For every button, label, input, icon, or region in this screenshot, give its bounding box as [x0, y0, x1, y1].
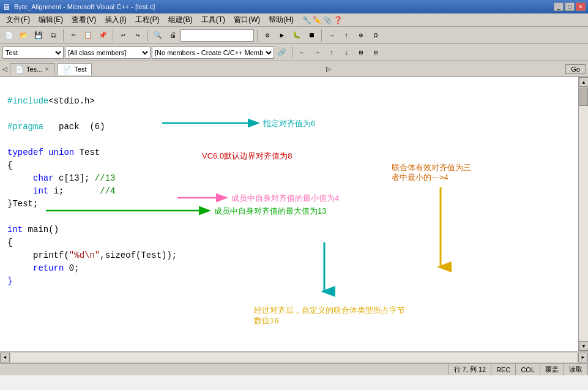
nav-btn3[interactable]: ⊟	[369, 46, 382, 59]
restore-button[interactable]: □	[565, 2, 575, 11]
tb-icon-c[interactable]: ⊕	[354, 29, 368, 42]
code-line-3	[7, 108, 571, 121]
nav-down[interactable]: ↓	[340, 46, 353, 59]
col-indicator: COL	[516, 364, 540, 375]
sep6	[292, 47, 292, 59]
scroll-track	[579, 87, 588, 341]
sep4	[257, 29, 258, 42]
code-line-8: char c[13]; //13	[7, 172, 571, 185]
open-button[interactable]: 📂	[17, 29, 31, 42]
members-dropdown[interactable]: [All class members]	[65, 47, 151, 59]
search-button[interactable]: 🔍	[151, 29, 165, 42]
nav-tab-tes[interactable]: 📄 Tes... ✕	[10, 63, 55, 75]
ann-label-6b: 数位16	[254, 316, 278, 325]
compile-button[interactable]: ⚙	[261, 29, 274, 42]
menu-icon-2: ✏️	[313, 16, 322, 24]
window-controls[interactable]: _ □ ✕	[554, 2, 586, 11]
sep3	[147, 29, 148, 42]
copy-button[interactable]: 📋	[81, 29, 95, 42]
menu-edit[interactable]: 编辑(E)	[35, 13, 67, 26]
save-all-button[interactable]: 🗂	[47, 29, 60, 42]
code-line-9: int i; //4	[7, 185, 571, 198]
code-line-7: {	[7, 159, 571, 172]
nav-up[interactable]: ↑	[325, 46, 338, 59]
nav-arrow-left[interactable]: ◁	[2, 66, 7, 72]
toolbar2: Test [All class members] [No members - C…	[0, 44, 588, 61]
tb-icon-a[interactable]: →	[325, 29, 338, 42]
read-indicator: 读取	[564, 364, 588, 375]
new-button[interactable]: 📄	[2, 29, 16, 42]
nav-btn2[interactable]: ⊞	[354, 46, 368, 59]
paste-button[interactable]: 📌	[96, 29, 110, 42]
close-tab-1[interactable]: ✕	[45, 66, 50, 72]
app-icon: 🖥	[2, 2, 10, 12]
code-line-10: }Test;	[7, 198, 571, 211]
row-col-display: 行 7, 列 12	[449, 364, 492, 375]
menu-view[interactable]: 查看(V)	[68, 13, 100, 26]
class-dropdown[interactable]: Test	[2, 47, 64, 59]
code-line-4: #pragma pack (6)	[7, 121, 571, 133]
stop-button[interactable]: ⏹	[305, 29, 318, 42]
code-line-14: printf("%d\n",sizeof(Test));	[7, 249, 571, 262]
h-scroll-track	[11, 353, 577, 362]
save-button[interactable]: 💾	[32, 29, 45, 42]
cut-button[interactable]: ✂	[67, 29, 80, 42]
code-line-6: typedef union Test	[7, 146, 571, 159]
main-area: #include<stdio.h> #pragma pack (6) typed…	[0, 77, 588, 351]
close-button[interactable]: ✕	[576, 2, 586, 11]
menu-file[interactable]: 文件(F)	[2, 13, 34, 26]
menu-window[interactable]: 窗口(W)	[230, 13, 264, 26]
scroll-up-arrow[interactable]: ▲	[579, 77, 588, 87]
menu-icon-1: 🔧	[302, 16, 311, 24]
page-icon-2: 📄	[63, 66, 72, 73]
nav-forward[interactable]: →	[310, 46, 324, 59]
code-line-2: #include<stdio.h>	[7, 95, 571, 108]
sep1	[63, 29, 64, 42]
menu-build[interactable]: 组建(B)	[165, 13, 196, 26]
menu-help[interactable]: 帮助(H)	[265, 13, 297, 26]
go-button[interactable]: Go	[565, 64, 586, 74]
menu-tools[interactable]: 工具(T)	[198, 13, 229, 26]
nav-tab-test[interactable]: 📄 Test	[58, 63, 92, 75]
title-bar: 🖥 Byte_Alignment - Microsoft Visual C++ …	[0, 0, 588, 13]
title-text: 🖥 Byte_Alignment - Microsoft Visual C++ …	[2, 2, 155, 12]
code-line-12: int main()	[7, 223, 571, 236]
redo-button[interactable]: ↪	[131, 29, 144, 42]
menu-icon-4: ❓	[333, 16, 343, 24]
scroll-right-arrow[interactable]: ►	[578, 353, 588, 362]
code-line-15: return 0;	[7, 262, 571, 275]
sep2	[113, 29, 113, 42]
sep5	[321, 29, 322, 42]
code-area[interactable]: #include<stdio.h> #pragma pack (6) typed…	[0, 77, 578, 351]
code-line-13: {	[7, 236, 571, 249]
page-icon: 📄	[15, 66, 24, 73]
code-line-1	[7, 82, 571, 95]
run-button[interactable]: ▶	[275, 29, 289, 42]
menu-project[interactable]: 工程(P)	[132, 13, 163, 26]
print-button[interactable]: 🖨	[166, 29, 179, 42]
menu-insert[interactable]: 插入(I)	[101, 13, 130, 26]
code-line-11	[7, 211, 571, 223]
nav-back[interactable]: ←	[296, 46, 309, 59]
search-input[interactable]	[180, 29, 254, 42]
tb-icon-b[interactable]: ↑	[340, 29, 353, 42]
no-members-dropdown[interactable]: [No members - Create C/C++ Memb...	[152, 47, 274, 59]
vertical-scrollbar[interactable]: ▲ ▼	[578, 77, 588, 351]
tab-label-2: Test	[74, 66, 86, 73]
minimize-button[interactable]: _	[554, 2, 564, 11]
scroll-left-arrow[interactable]: ◄	[0, 353, 10, 362]
horizontal-scrollbar[interactable]: ◄ ►	[0, 351, 588, 363]
tb-icon-d[interactable]: Ω	[369, 29, 382, 42]
nav-bar: ◁ 📄 Tes... ✕ 📄 Test ▷ Go	[0, 61, 588, 77]
scroll-down-arrow[interactable]: ▼	[579, 341, 588, 351]
nav-arrow-right[interactable]: ▷	[326, 66, 331, 72]
debug-button[interactable]: 🐛	[290, 29, 303, 42]
tab-label-1: Tes...	[26, 66, 42, 73]
menu-bar: 文件(F) 编辑(E) 查看(V) 插入(I) 工程(P) 组建(B) 工具(T…	[0, 13, 588, 27]
window-title: Byte_Alignment - Microsoft Visual C++ - …	[14, 3, 155, 10]
scroll-thumb[interactable]	[579, 88, 588, 106]
member-btn[interactable]: 🔗	[275, 46, 289, 59]
overlay-indicator: 覆盖	[540, 364, 564, 375]
undo-button[interactable]: ↩	[116, 29, 130, 42]
status-message	[0, 364, 449, 375]
